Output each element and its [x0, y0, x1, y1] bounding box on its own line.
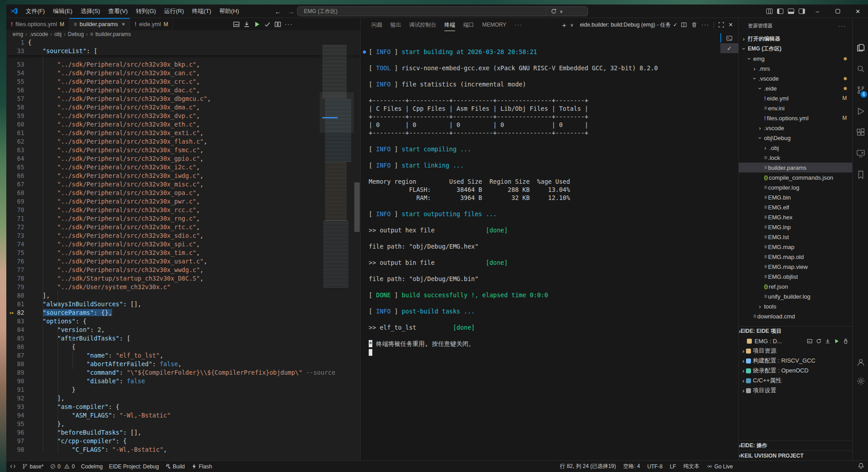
tree-item-obj\Debug[interactable]: ›obj\Debug	[739, 133, 852, 143]
tree-item-download.cmd[interactable]: ≡download.cmd	[739, 311, 852, 321]
minimize-button[interactable]: –	[807, 5, 827, 18]
tree-item-.eide[interactable]: ›.eide	[739, 83, 852, 93]
code-line-58[interactable]: 58 "../sdk/Peripheral/src/ch32v30x_dma.c…	[6, 103, 360, 112]
status-行 82, 列 24 (已选择19)[interactable]: 行 82, 列 24 (已选择19)	[560, 463, 616, 470]
status-EIDE Project: Debug[interactable]: EIDE Project: Debug	[109, 463, 159, 470]
code-line-64[interactable]: 64 "../sdk/Peripheral/src/ch32v30x_gpio.…	[6, 154, 360, 163]
notifications-bell-icon[interactable]	[858, 463, 864, 471]
code-line-63[interactable]: 63 "../sdk/Peripheral/src/ch32v30x_fsmc.…	[6, 146, 360, 154]
code-line-80[interactable]: 80 ],	[6, 291, 360, 300]
status-Build[interactable]: Build	[165, 463, 185, 470]
code-line-90[interactable]: 90 "disable": false	[6, 377, 360, 386]
activity-remote-explorer-icon[interactable]	[853, 145, 868, 163]
panel-tab-端口[interactable]: 端口	[460, 19, 477, 31]
tree-item-EMG.bin[interactable]: ≡EMG.bin	[739, 192, 852, 202]
more-actions-icon[interactable]: ···	[285, 21, 293, 27]
tree-item-EMG.map.view[interactable]: ≡EMG.map.view	[739, 262, 852, 272]
activity-accounts-icon[interactable]	[853, 354, 868, 372]
check-icon[interactable]	[264, 21, 271, 28]
tree-item-EMG (工作区)[interactable]: ›EMG (工作区)	[739, 44, 852, 54]
status-LF[interactable]: LF	[670, 463, 676, 470]
code-line-69[interactable]: 69 "../sdk/Peripheral/src/ch32v30x_pwr.c…	[6, 197, 360, 206]
rebuild-icon[interactable]	[816, 338, 822, 344]
code-line-81[interactable]: 81 "alwaysInBuildSources": [],	[6, 300, 360, 309]
tree-item-EMG.elf[interactable]: ≡EMG.elf	[739, 202, 852, 212]
code-line-88[interactable]: 88 "abortAfterFailed": false,	[6, 360, 360, 368]
code-line-71[interactable]: 71 "../sdk/Peripheral/src/ch32v30x_rng.c…	[6, 214, 360, 223]
tree-item-EMG.map.old[interactable]: ≡EMG.map.old	[739, 252, 852, 262]
tree-item-compiler.log[interactable]: ≡compiler.log	[739, 182, 852, 192]
code-line-83[interactable]: 83 "options": {	[6, 317, 360, 326]
code-line-60[interactable]: 60 "../sdk/Peripheral/src/ch32v30x_eth.c…	[6, 120, 360, 129]
status-remote[interactable]	[10, 463, 16, 469]
tree-item-builder.params[interactable]: ≡builder.params	[739, 163, 852, 172]
code-line-96[interactable]: 96 "beforeBuildTasks": [],	[6, 428, 360, 437]
clean-icon[interactable]	[843, 338, 849, 344]
eide-project-panel-header[interactable]: ›EIDE: EIDE 项目	[739, 326, 852, 336]
tab-eide.yml[interactable]: !eide.ymlM	[130, 18, 173, 30]
code-line-93[interactable]: 93 "asm-compiler": {	[6, 403, 360, 411]
split-terminal-icon[interactable]	[681, 22, 687, 28]
code-line-92[interactable]: 92 ],	[6, 394, 360, 403]
breadcrumb-item[interactable]: emg	[13, 31, 23, 37]
activity-run-debug-icon[interactable]	[853, 102, 868, 120]
download-icon[interactable]	[243, 21, 250, 28]
breadcrumb-item[interactable]: obj	[54, 31, 62, 37]
run-icon[interactable]	[253, 21, 261, 28]
code-line-73[interactable]: 73 "../sdk/Peripheral/src/ch32v30x_sdio.…	[6, 231, 360, 240]
code-line-78[interactable]: 78 "../sdk/Startup/startup_ch32v30x_D8C.…	[6, 274, 360, 283]
tree-item-EMG.objlist[interactable]: ≡EMG.objlist	[739, 272, 852, 281]
code-line-98[interactable]: 98 "C_FLAGS": "-Wl,-Bstatic",	[6, 445, 360, 454]
maximize-panel-icon[interactable]	[718, 22, 724, 28]
code-line-79[interactable]: 79 "../sdk/User/system_ch32v30x.c"	[6, 283, 360, 291]
back-icon[interactable]: ←	[275, 8, 281, 15]
tree-item-EMG.hex[interactable]: ≡EMG.hex	[739, 212, 852, 222]
code-line-84[interactable]: 84 "version": 2,	[6, 326, 360, 334]
close-tab-icon[interactable]: ×	[122, 21, 125, 27]
tree-item-.vscode[interactable]: ›.vscode	[739, 73, 852, 83]
status-空格: 4[interactable]: 空格: 4	[623, 463, 640, 470]
code-line-66[interactable]: 66 "../sdk/Peripheral/src/ch32v30x_iwdg.…	[6, 172, 360, 180]
toggle-panel-icon[interactable]	[788, 9, 794, 14]
tree-item-files.options.yml[interactable]: !files.options.ymlM	[739, 113, 852, 123]
status-Codelmg[interactable]: Codelmg	[81, 463, 103, 470]
code-line-72[interactable]: 72 "../sdk/Peripheral/src/ch32v30x_rtc.c…	[6, 223, 360, 231]
tree-item-unify_builder.log[interactable]: ≡unify_builder.log	[739, 291, 852, 301]
code-line-91[interactable]: 91 }	[6, 386, 360, 394]
tree-item-tools[interactable]: ›tools	[739, 301, 852, 311]
panel-more-icon[interactable]: ···	[701, 22, 710, 28]
tree-item-.lock[interactable]: ≡.lock	[739, 153, 852, 163]
code-line-94[interactable]: 94 "ASM_FLAGS": "-Wl,-Bstatic"	[6, 411, 360, 420]
menu-编辑[interactable]: 编辑(E)	[50, 6, 76, 17]
code-line-68[interactable]: 68 "../sdk/Peripheral/src/ch32v30x_opa.c…	[6, 189, 360, 197]
breadcrumb-item[interactable]: .vscode	[29, 31, 48, 37]
new-terminal-icon[interactable]: +	[562, 21, 566, 29]
tree-item-env.ini[interactable]: ≡env.ini	[739, 103, 852, 113]
code-line-89[interactable]: 89 "command": "\"${CompilerFolder}\\${Co…	[6, 368, 360, 377]
tree-item-.vscode[interactable]: ›.vscode	[739, 123, 852, 133]
code-line-75[interactable]: 75 "../sdk/Peripheral/src/ch32v30x_tim.c…	[6, 249, 360, 257]
eide-row-C/C++属性[interactable]: ›C/C++属性	[739, 376, 852, 386]
breadcrumb[interactable]: emg›.vscode›obj›Debug›≡builder.params	[6, 30, 360, 38]
code-line-33[interactable]: 33 "sourceList": [	[6, 47, 360, 55]
code-editor[interactable]: 53 "../sdk/Peripheral/src/ch32v30x_bkp.c…	[6, 38, 360, 460]
tree-item-EMG.map[interactable]: ≡EMG.map	[739, 242, 852, 252]
code-line-77[interactable]: 77 "../sdk/Peripheral/src/ch32v30x_wwdg.…	[6, 266, 360, 274]
tree-item-ref.json[interactable]: {}ref.json	[739, 281, 852, 291]
panel-EIDE: 操作[interactable]: ›EIDE: 操作	[739, 440, 852, 450]
code-line-82[interactable]: 82✦✦ "sourceParams": {},	[6, 309, 360, 317]
split-editor-layout-icon[interactable]	[766, 9, 773, 14]
eide-row-项目资源[interactable]: ›项目资源	[739, 346, 852, 356]
tab-builder.params[interactable]: ≡builder.params×	[69, 18, 130, 30]
tree-item-.mrs[interactable]: ›.mrs	[739, 64, 852, 73]
code-line-74[interactable]: 74 "../sdk/Peripheral/src/ch32v30x_spi.c…	[6, 240, 360, 249]
editor-scrollbar[interactable]	[354, 38, 360, 460]
code-line-65[interactable]: 65 "../sdk/Peripheral/src/ch32v30x_i2c.c…	[6, 163, 360, 172]
command-center[interactable]: EMG (工作区)	[297, 6, 588, 16]
toggle-sidebar-icon[interactable]	[777, 9, 783, 14]
terminal-output[interactable]: [ INFO ] start building at 2026-03-28 20…	[361, 32, 721, 460]
code-line-70[interactable]: 70 "../sdk/Peripheral/src/ch32v30x_rcc.c…	[6, 206, 360, 214]
eide-row-烧录配置 : OpenOCD[interactable]: ›烧录配置 : OpenOCD	[739, 366, 852, 376]
tree-item-EMG.lnp[interactable]: ≡EMG.lnp	[739, 222, 852, 232]
run-task-dropdown[interactable]: ∨	[546, 6, 563, 16]
